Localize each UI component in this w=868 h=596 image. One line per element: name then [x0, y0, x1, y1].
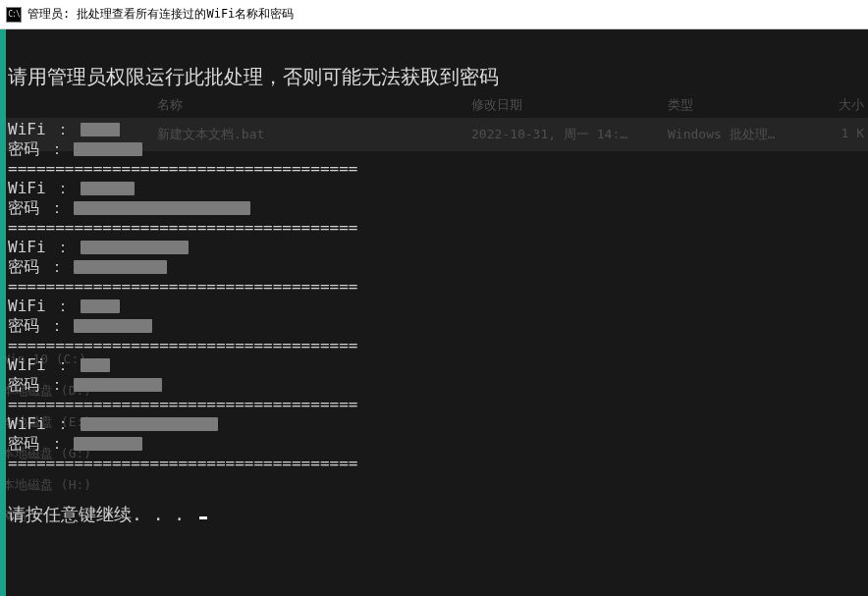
wifi-password-line: 密码 ：: [8, 198, 868, 218]
redacted-password: [74, 142, 142, 156]
wifi-entry: WiFi ： 密码 ： ============================…: [8, 238, 868, 297]
separator-line: =====================================: [8, 395, 868, 414]
wifi-password-line: 密码 ：: [8, 434, 868, 454]
wifi-entry: WiFi ： 密码 ： ============================…: [8, 120, 868, 179]
wifi-password-line: 密码 ：: [8, 257, 868, 277]
separator-line: =====================================: [8, 277, 868, 297]
wifi-password-line: 密码 ：: [8, 316, 868, 336]
window-title: 管理员: 批处理查看所有连接过的WiFi名称和密码: [27, 6, 294, 23]
redacted-ssid: [81, 123, 120, 136]
wifi-entry: WiFi ： 密码 ： ============================…: [8, 355, 868, 414]
redacted-ssid: [81, 417, 218, 431]
console-output[interactable]: 请用管理员权限运行此批处理，否则可能无法获取到密码 WiFi ： 密码 ： ==…: [0, 29, 868, 596]
cmd-window: C:\ 管理员: 批处理查看所有连接过的WiFi名称和密码 请用管理员权限运行此…: [0, 0, 868, 596]
wifi-password-line: 密码 ：: [8, 375, 868, 395]
redacted-password: [74, 378, 162, 392]
wifi-ssid-line: WiFi ：: [8, 297, 868, 316]
wifi-ssid-line: WiFi ：: [8, 179, 868, 198]
redacted-ssid: [81, 241, 189, 254]
press-any-key-prompt: 请按任意键继续. . .: [8, 505, 868, 524]
cmd-icon: C:\: [6, 7, 22, 23]
wifi-entry: WiFi ： 密码 ： ============================…: [8, 414, 868, 473]
redacted-ssid: [81, 299, 120, 313]
title-bar[interactable]: C:\ 管理员: 批处理查看所有连接过的WiFi名称和密码: [0, 0, 868, 29]
wifi-ssid-line: WiFi ：: [8, 355, 868, 375]
redacted-ssid: [81, 358, 110, 372]
wifi-ssid-line: WiFi ：: [8, 238, 868, 257]
redacted-password: [74, 260, 167, 274]
cursor: [199, 516, 207, 519]
redacted-password: [74, 437, 142, 451]
separator-line: =====================================: [8, 336, 868, 355]
redacted-password: [74, 319, 152, 333]
wifi-ssid-line: WiFi ：: [8, 120, 868, 139]
banner-text: 请用管理员权限运行此批处理，否则可能无法获取到密码: [8, 67, 868, 86]
wifi-entries: WiFi ： 密码 ： ============================…: [8, 120, 868, 473]
wifi-entry: WiFi ： 密码 ： ============================…: [8, 179, 868, 238]
wifi-ssid-line: WiFi ：: [8, 414, 868, 434]
separator-line: =====================================: [8, 159, 868, 179]
separator-line: =====================================: [8, 218, 868, 238]
separator-line: =====================================: [8, 454, 868, 473]
redacted-ssid: [81, 182, 135, 195]
redacted-password: [74, 201, 250, 215]
wifi-entry: WiFi ： 密码 ： ============================…: [8, 297, 868, 355]
wifi-password-line: 密码 ：: [8, 139, 868, 159]
